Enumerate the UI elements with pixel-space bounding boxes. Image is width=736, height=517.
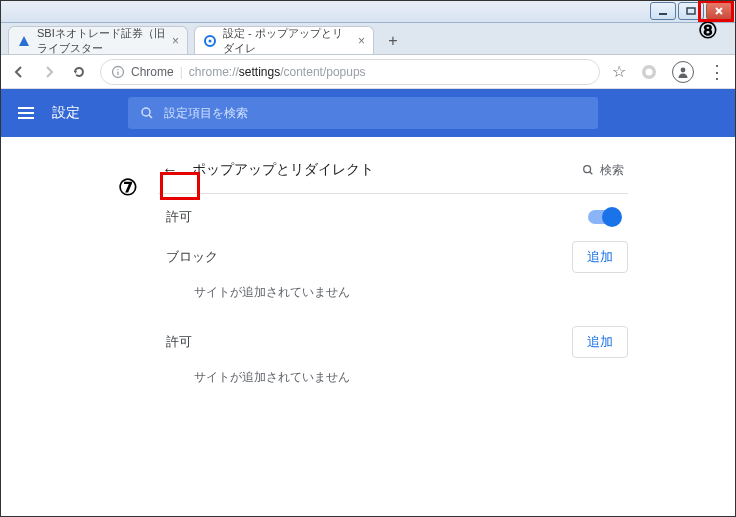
section-allow-label: 許可 bbox=[158, 325, 200, 359]
star-bookmark-icon[interactable]: ☆ bbox=[612, 62, 626, 81]
favicon-settings-icon bbox=[203, 34, 217, 48]
allow-toggle-row: 許可 bbox=[158, 194, 628, 240]
nav-back-button[interactable] bbox=[10, 63, 28, 81]
panel-search[interactable]: 検索 bbox=[582, 162, 624, 179]
url-path: /content/popups bbox=[280, 65, 365, 79]
nav-reload-button[interactable] bbox=[70, 63, 88, 81]
svg-point-16 bbox=[584, 166, 591, 173]
svg-marker-7 bbox=[74, 71, 77, 74]
settings-title: 設定 bbox=[52, 104, 80, 122]
svg-marker-4 bbox=[19, 36, 29, 46]
url-scheme-label: Chrome bbox=[131, 65, 174, 79]
allow-empty-text: サイトが追加されていません bbox=[158, 359, 628, 410]
panel-search-label: 検索 bbox=[600, 162, 624, 179]
allow-toggle-label: 許可 bbox=[166, 208, 192, 226]
window-titlebar bbox=[0, 0, 736, 23]
panel-title: ポップアップとリダイレクト bbox=[192, 161, 374, 179]
section-block-label: ブロック bbox=[158, 240, 226, 274]
extension-icon[interactable] bbox=[640, 63, 658, 81]
allow-toggle-switch[interactable] bbox=[588, 210, 620, 224]
settings-search-input[interactable]: 設定項目を検索 bbox=[128, 97, 598, 129]
site-info-icon bbox=[111, 65, 125, 79]
annotation-highlight-8 bbox=[698, 0, 734, 22]
tab-title: 設定 - ポップアップとリダイレ bbox=[223, 26, 352, 56]
hamburger-menu-icon[interactable] bbox=[18, 107, 34, 119]
svg-point-13 bbox=[681, 67, 686, 72]
svg-line-15 bbox=[149, 115, 152, 118]
popups-panel: ← ポップアップとリダイレクト 検索 許可 ブロック 追加 サイトが追加されてい… bbox=[158, 155, 628, 410]
tab-close-icon[interactable]: × bbox=[172, 34, 179, 48]
nav-forward-button[interactable] bbox=[40, 63, 58, 81]
url-prefix: chrome:// bbox=[189, 65, 239, 79]
annotation-step-7 bbox=[118, 175, 138, 201]
search-icon bbox=[140, 106, 154, 120]
add-block-site-button[interactable]: 追加 bbox=[572, 241, 628, 273]
svg-point-14 bbox=[142, 108, 150, 116]
settings-header-bar: 設定 設定項目を検索 bbox=[0, 89, 736, 137]
address-bar[interactable]: Chrome | chrome://settings/content/popup… bbox=[100, 59, 600, 85]
block-empty-text: サイトが追加されていません bbox=[158, 274, 628, 325]
settings-search-placeholder: 設定項目を検索 bbox=[164, 105, 248, 122]
account-avatar-icon[interactable] bbox=[672, 61, 694, 83]
annotation-highlight-7 bbox=[160, 172, 200, 200]
svg-point-12 bbox=[646, 68, 653, 75]
add-allow-site-button[interactable]: 追加 bbox=[572, 326, 628, 358]
browser-tab-1[interactable]: 設定 - ポップアップとリダイレ × bbox=[194, 26, 374, 54]
search-icon bbox=[582, 164, 594, 176]
browser-tabstrip: SBIネオトレード証券（旧ライブスター × 設定 - ポップアップとリダイレ ×… bbox=[0, 23, 736, 55]
new-tab-button[interactable]: + bbox=[380, 28, 406, 54]
svg-rect-1 bbox=[687, 8, 695, 14]
window-minimize-button[interactable] bbox=[650, 2, 676, 20]
browser-toolbar: Chrome | chrome://settings/content/popup… bbox=[0, 55, 736, 89]
tab-title: SBIネオトレード証券（旧ライブスター bbox=[37, 26, 166, 56]
svg-line-17 bbox=[590, 172, 593, 175]
svg-point-6 bbox=[209, 39, 212, 42]
favicon-sbi bbox=[17, 34, 31, 48]
url-host: settings bbox=[239, 65, 280, 79]
settings-content: ← ポップアップとリダイレクト 検索 許可 ブロック 追加 サイトが追加されてい… bbox=[0, 137, 736, 410]
browser-tab-0[interactable]: SBIネオトレード証券（旧ライブスター × bbox=[8, 26, 188, 54]
tab-close-icon[interactable]: × bbox=[358, 34, 365, 48]
